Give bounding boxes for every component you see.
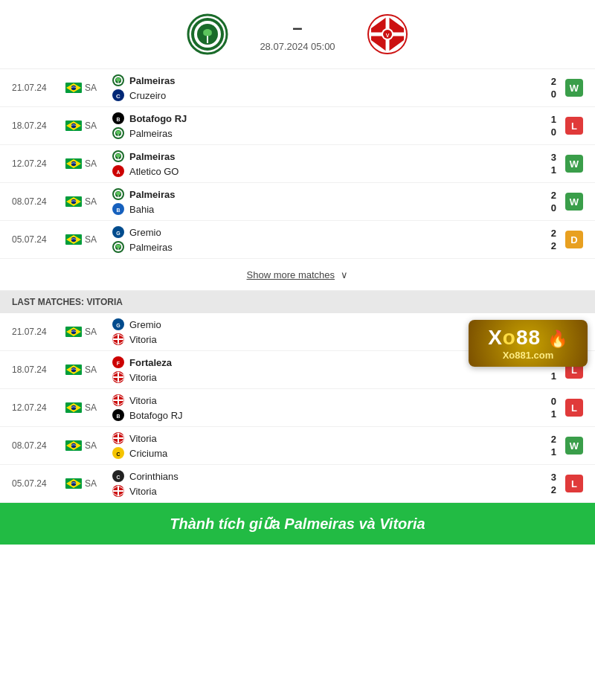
team2-crest: A	[112, 164, 125, 178]
match-row: 05.07.24 SA G Gremio Palmeiras 2 2 D	[0, 221, 595, 259]
svg-rect-31	[118, 134, 119, 137]
team1-entry: Vitoria	[112, 431, 534, 445]
team1-crest: F	[112, 356, 125, 369]
match-row: 05.07.24 SA C Corinthians Vitoria 3 2	[0, 465, 595, 503]
league-code: SA	[85, 158, 106, 169]
scores-col: 2 0	[534, 76, 556, 100]
team1-crest	[112, 187, 125, 201]
team1-crest	[112, 394, 125, 407]
teams-col: Vitoria B Botafogo RJ	[112, 394, 534, 422]
teams-col: Palmeiras C Cruzeiro	[112, 74, 534, 102]
team2-crest: C	[112, 446, 125, 460]
team1-name: Fortaleza	[129, 357, 172, 368]
score2: 2	[551, 484, 556, 495]
team2-name: Palmeiras	[129, 128, 173, 139]
match-header: – 28.07.2024 05:00 V	[0, 0, 595, 69]
match-row: 12.07.24 SA Vitoria B Botafogo RJ 0 1	[0, 389, 595, 427]
team1-name: Vitoria	[129, 395, 157, 406]
brazil-flag-icon	[65, 158, 82, 170]
league-code: SA	[85, 327, 106, 337]
svg-point-47	[71, 199, 76, 204]
brazil-flag-icon	[65, 82, 82, 94]
team2-name: Criciuma	[129, 448, 167, 459]
chevron-down-icon: ∨	[341, 269, 348, 280]
team1-crest: B	[112, 112, 125, 125]
match-date: 05.07.24	[12, 478, 65, 489]
palmeiras-logo	[185, 12, 230, 57]
score2: 0	[551, 202, 556, 213]
teams-col: Palmeiras A Atletico GO	[112, 150, 534, 178]
league-code: SA	[85, 196, 106, 207]
team1-entry: B Botafogo RJ	[112, 112, 534, 125]
svg-text:A: A	[116, 170, 120, 175]
league-code: SA	[85, 234, 106, 245]
team1-crest	[112, 431, 125, 445]
score1: 2	[551, 76, 556, 87]
score1: 0	[551, 396, 556, 407]
result-badge: W	[565, 193, 583, 211]
team2-name: Vitoria	[129, 334, 157, 345]
match-row: 08.07.24 SA Palmeiras B Bahia 2 0 W	[0, 183, 595, 221]
match-date: 12.07.24	[12, 402, 65, 413]
team1-entry: G Gremio	[112, 225, 534, 239]
palmeiras-matches-section: 21.07.24 SA Palmeiras C Cruzeiro 2 0	[0, 69, 595, 291]
vitoria-section-header: LAST MATCHES: VITORIA	[0, 291, 595, 313]
team2-entry: A Atletico GO	[112, 164, 534, 178]
brazil-flag-icon	[65, 120, 82, 132]
svg-text:F: F	[117, 361, 120, 366]
brazil-flag-icon	[65, 364, 82, 376]
result-badge: W	[565, 437, 583, 455]
team2-crest	[112, 126, 125, 140]
team2-entry: Palmeiras	[112, 126, 534, 140]
scores-col: 2 2	[534, 228, 556, 251]
score2: 0	[551, 126, 556, 138]
team2-entry: B Botafogo RJ	[112, 408, 534, 422]
team2-crest	[112, 370, 125, 384]
league-code: SA	[85, 121, 106, 131]
team1-crest	[112, 74, 125, 87]
team2-entry: Palmeiras	[112, 240, 534, 254]
team2-name: Atletico GO	[129, 166, 178, 177]
match-date: 12.07.24	[12, 158, 65, 169]
score2: 1	[551, 446, 556, 457]
result-badge: L	[565, 117, 583, 135]
team2-crest	[112, 484, 125, 498]
brazil-flag-icon	[65, 234, 82, 245]
bottom-banner-text: Thành tích giữa Palmeiras và Vitoria	[170, 516, 425, 532]
team2-crest	[112, 240, 125, 254]
match-score-dash: –	[260, 17, 335, 38]
team1-name: Corinthians	[129, 471, 178, 482]
svg-point-101	[71, 481, 76, 486]
brazil-flag-icon	[65, 440, 82, 452]
score1: 2	[551, 434, 556, 445]
score2: 0	[551, 89, 556, 100]
show-more-link[interactable]: Show more matches	[247, 269, 335, 280]
result-badge: D	[565, 231, 583, 248]
ad-overlay: Xo88 🔥 Xo881.com	[469, 320, 588, 367]
ad-url: Xo881.com	[476, 350, 580, 361]
match-row: 21.07.24 SA Palmeiras C Cruzeiro 2 0	[0, 69, 595, 107]
score1: 2	[551, 190, 556, 201]
team2-name: Palmeiras	[129, 242, 173, 253]
match-info: – 28.07.2024 05:00	[260, 17, 335, 52]
league-code: SA	[85, 402, 106, 413]
svg-rect-51	[118, 195, 119, 198]
svg-text:B: B	[116, 414, 120, 419]
league-code: SA	[85, 440, 106, 451]
score2: 1	[551, 408, 556, 420]
team1-name: Vitoria	[129, 433, 157, 444]
score1: 2	[551, 228, 556, 239]
svg-point-7	[205, 29, 210, 33]
team1-entry: Palmeiras	[112, 187, 534, 201]
ad-box[interactable]: Xo88 🔥 Xo881.com	[469, 320, 588, 367]
result-badge: W	[565, 155, 583, 173]
svg-text:B: B	[116, 117, 120, 122]
result-badge: W	[565, 79, 583, 97]
vitoria-logo: V	[365, 12, 410, 57]
svg-text:G: G	[116, 231, 120, 236]
team1-entry: Vitoria	[112, 394, 534, 407]
team2-name: Vitoria	[129, 372, 157, 383]
svg-rect-40	[118, 157, 119, 160]
svg-rect-18	[118, 81, 119, 84]
match-date: 08.07.24	[12, 440, 65, 451]
